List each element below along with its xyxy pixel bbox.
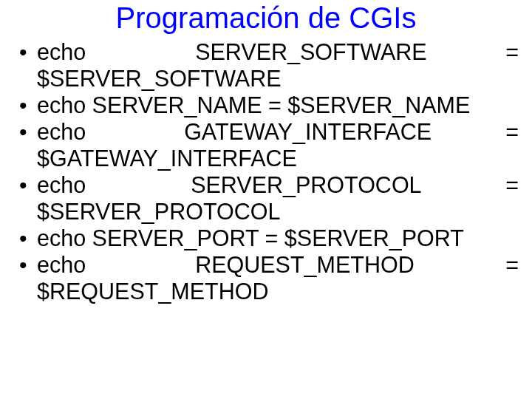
var-name: SERVER_PROTOCOL: [191, 172, 421, 197]
var-name: SERVER_SOFTWARE: [195, 39, 427, 64]
bullet-line-1b: $SERVER_SOFTWARE: [37, 66, 519, 92]
list-item: echoSERVER_SOFTWARE = $SERVER_SOFTWARE: [16, 39, 519, 92]
bullet-line-6b: $REQUEST_METHOD: [37, 279, 519, 305]
equals-sign: =: [505, 252, 519, 279]
bullet-line-3b: $GATEWAY_INTERFACE: [37, 146, 519, 172]
list-item: echo SERVER_NAME = $SERVER_NAME: [16, 92, 519, 119]
list-item: echoGATEWAY_INTERFACE = $GATEWAY_INTERFA…: [16, 119, 519, 172]
slide: Programación de CGIs echoSERVER_SOFTWARE…: [0, 0, 532, 399]
equals-sign: =: [505, 172, 519, 199]
bullet-line-4b: $SERVER_PROTOCOL: [37, 199, 519, 225]
echo-cmd: echo: [37, 172, 86, 197]
list-item: echoREQUEST_METHOD = $REQUEST_METHOD: [16, 252, 519, 305]
echo-cmd: echo: [37, 39, 86, 64]
bullet-line-3a: echoGATEWAY_INTERFACE: [37, 119, 505, 146]
bullet-line-2: echo SERVER_NAME = $SERVER_NAME: [37, 92, 470, 117]
bullet-line-6a: echoREQUEST_METHOD: [37, 252, 505, 279]
list-item: echoSERVER_PROTOCOL = $SERVER_PROTOCOL: [16, 172, 519, 225]
bullet-line-5: echo SERVER_PORT = $SERVER_PORT: [37, 225, 464, 250]
bullet-row: echoGATEWAY_INTERFACE =: [37, 119, 519, 146]
slide-title: Programación de CGIs: [0, 0, 532, 39]
var-name: GATEWAY_INTERFACE: [184, 119, 432, 144]
echo-cmd: echo: [37, 119, 86, 144]
slide-body: echoSERVER_SOFTWARE = $SERVER_SOFTWARE e…: [0, 39, 532, 305]
equals-sign: =: [505, 119, 519, 146]
bullet-row: echoREQUEST_METHOD =: [37, 252, 519, 279]
bullet-line-4a: echoSERVER_PROTOCOL: [37, 172, 505, 199]
echo-cmd: echo: [37, 252, 86, 277]
bullet-list: echoSERVER_SOFTWARE = $SERVER_SOFTWARE e…: [16, 39, 519, 305]
list-item: echo SERVER_PORT = $SERVER_PORT: [16, 225, 519, 252]
bullet-line-1a: echoSERVER_SOFTWARE: [37, 39, 505, 66]
bullet-row: echoSERVER_SOFTWARE =: [37, 39, 519, 66]
equals-sign: =: [505, 39, 519, 66]
var-name: REQUEST_METHOD: [195, 252, 415, 277]
bullet-row: echoSERVER_PROTOCOL =: [37, 172, 519, 199]
